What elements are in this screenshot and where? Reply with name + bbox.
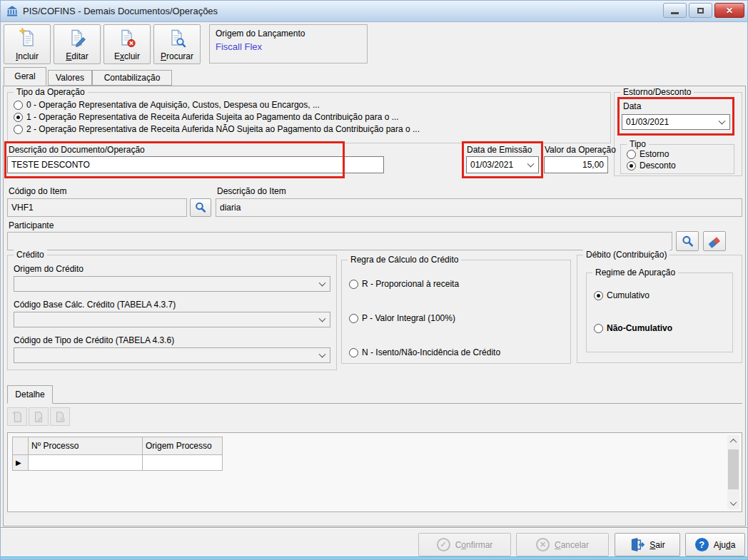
scroll-up-button[interactable] bbox=[727, 435, 739, 447]
estorno-data-combobox[interactable]: 01/03/2021 bbox=[622, 114, 730, 130]
cell-origem-processo[interactable] bbox=[143, 455, 223, 471]
radio-nao-cumulativo[interactable]: Não-Cumulativo bbox=[594, 323, 672, 333]
descricao-doc-input[interactable]: TESTE DESCONTO bbox=[7, 156, 384, 173]
page-geral: Tipo da Operação 0 - Operação Representa… bbox=[3, 86, 746, 526]
codigo-item-search-button[interactable] bbox=[190, 198, 211, 217]
radio-regra-r[interactable]: R - Proporcional à receita bbox=[349, 279, 459, 289]
tab-contabilizacao[interactable]: Contabilização bbox=[92, 70, 172, 86]
chevron-down-icon bbox=[719, 118, 726, 125]
radio-selected-icon bbox=[14, 113, 23, 122]
editar-button[interactable]: Editar bbox=[54, 24, 101, 64]
radio-operacao-1[interactable]: 1 - Operação Representativa de Receita A… bbox=[14, 112, 399, 122]
sair-button[interactable]: Sair bbox=[615, 533, 680, 556]
window-bottom-border bbox=[1, 556, 747, 559]
data-emissao-combobox[interactable]: 01/03/2021 bbox=[466, 156, 539, 173]
radio-cumulativo[interactable]: Cumulativo bbox=[594, 290, 650, 300]
origem-credito-combobox bbox=[14, 276, 330, 292]
incluir-button[interactable]: Incluir bbox=[4, 24, 51, 64]
ajuda-button[interactable]: ? Ajuda bbox=[685, 533, 745, 556]
search-document-icon bbox=[168, 27, 186, 51]
valor-operacao-label: Valor da Operação bbox=[545, 145, 616, 155]
cell-n-processo[interactable] bbox=[29, 455, 143, 471]
participante-clear-button[interactable] bbox=[703, 231, 726, 251]
chevron-down-icon bbox=[319, 315, 326, 322]
regra-calculo-group: Regra de Cálculo do Crédito R - Proporci… bbox=[341, 260, 571, 364]
estorno-desconto-title: Estorno/Desconto bbox=[620, 87, 694, 97]
radio-desconto[interactable]: Desconto bbox=[627, 161, 676, 170]
origem-lancamento-label: Origem do Lançamento bbox=[216, 29, 361, 39]
tipo-operacao-group: Tipo da Operação 0 - Operação Representa… bbox=[7, 92, 611, 143]
window-title: PIS/COFINS - Demais Documentos/Operações bbox=[23, 6, 218, 16]
data-emissao-label: Data de Emissão bbox=[467, 145, 532, 155]
procurar-button[interactable]: Procurar bbox=[153, 24, 201, 64]
minimize-icon bbox=[671, 12, 679, 14]
delete-document-icon bbox=[54, 410, 66, 423]
detalhe-tabstrip-line bbox=[7, 403, 742, 404]
close-icon: ✕ bbox=[726, 6, 733, 16]
scrollbar-thumb[interactable] bbox=[728, 449, 739, 489]
regime-apuracao-group: Regime de Apuração Cumulativo Não-Cumula… bbox=[586, 273, 733, 352]
estorno-data-label: Data bbox=[623, 101, 641, 111]
edit-document-icon bbox=[33, 410, 44, 423]
procurar-label: Procurar bbox=[161, 51, 193, 61]
regra-calculo-title: Regra de Cálculo do Crédito bbox=[348, 255, 461, 265]
credito-title: Crédito bbox=[14, 250, 47, 260]
incluir-label: Incluir bbox=[16, 51, 39, 61]
radio-icon bbox=[14, 101, 23, 110]
x-circle-icon: ✕ bbox=[536, 538, 550, 551]
row-selector-header bbox=[13, 437, 29, 455]
chevron-down-icon bbox=[319, 280, 326, 287]
help-icon: ? bbox=[695, 538, 709, 551]
row-selector-cell[interactable]: ▶ bbox=[13, 455, 29, 471]
credito-group: Crédito Origem do Crédito Código Base Cá… bbox=[7, 255, 337, 370]
excluir-button[interactable]: Excluir bbox=[103, 24, 151, 64]
ajuda-label: Ajuda bbox=[714, 540, 736, 550]
chevron-down-icon bbox=[730, 499, 737, 506]
origem-credito-label: Origem do Crédito bbox=[14, 264, 84, 274]
scroll-down-button[interactable] bbox=[727, 497, 739, 509]
radio-icon bbox=[349, 280, 358, 289]
chevron-down-icon bbox=[319, 351, 326, 358]
tipo-operacao-title: Tipo da Operação bbox=[14, 87, 88, 97]
regime-apuracao-title: Regime de Apuração bbox=[592, 268, 678, 278]
estorno-tipo-group: Tipo Estorno Desconto bbox=[620, 144, 734, 174]
grid-vertical-scrollbar[interactable] bbox=[727, 435, 739, 509]
eraser-icon bbox=[707, 234, 722, 249]
cancelar-button: ✕ Cancelar bbox=[516, 533, 609, 556]
excluir-label: Excluir bbox=[114, 51, 140, 61]
radio-regra-n[interactable]: N - Isento/Não-Incidência de Crédito bbox=[349, 347, 500, 357]
radio-regra-p[interactable]: P - Valor Integral (100%) bbox=[349, 313, 455, 323]
exit-door-icon bbox=[630, 537, 645, 552]
radio-operacao-2[interactable]: 2 - Operação Representativa de Receita A… bbox=[14, 124, 420, 134]
valor-operacao-input[interactable]: 15,00 bbox=[544, 156, 608, 173]
radio-selected-icon bbox=[594, 291, 603, 300]
origem-lancamento-panel: Origem do Lançamento Fiscall Flex bbox=[209, 24, 368, 63]
editar-label: Editar bbox=[66, 51, 88, 61]
debito-group: Débito (Contribuição) Regime de Apuração… bbox=[577, 255, 742, 363]
new-document-icon bbox=[11, 410, 23, 423]
detalhe-editar-button-disabled bbox=[29, 407, 49, 426]
restore-button[interactable] bbox=[689, 3, 712, 18]
main-toolbar: Incluir Editar bbox=[1, 22, 747, 66]
chevron-down-icon bbox=[527, 161, 535, 168]
estorno-tipo-title: Tipo bbox=[627, 139, 649, 149]
tipo-credito-label: Código de Tipo de Crédito (TABELA 4.3.6) bbox=[14, 335, 174, 345]
minimize-button[interactable] bbox=[663, 3, 687, 18]
participante-search-button[interactable] bbox=[676, 231, 699, 251]
tab-geral[interactable]: Geral bbox=[4, 67, 46, 86]
processos-grid-panel: Nº Processo Origem Processo ▶ bbox=[7, 432, 742, 512]
close-button[interactable]: ✕ bbox=[714, 3, 744, 18]
edit-document-icon bbox=[68, 27, 86, 51]
codigo-item-label: Código do Item bbox=[9, 186, 66, 196]
detalhe-excluir-button-disabled bbox=[50, 407, 70, 426]
radio-selected-icon bbox=[627, 161, 636, 170]
debito-title: Débito (Contribuição) bbox=[583, 250, 669, 260]
titlebar[interactable]: PIS/COFINS - Demais Documentos/Operações… bbox=[1, 1, 747, 22]
cancelar-label: Cancelar bbox=[555, 540, 589, 550]
tab-detalhe[interactable]: Detalhe bbox=[7, 385, 53, 404]
radio-operacao-0[interactable]: 0 - Operação Representativa de Aquisição… bbox=[14, 100, 320, 110]
chevron-up-icon bbox=[730, 439, 737, 446]
radio-estorno[interactable]: Estorno bbox=[627, 149, 669, 159]
estorno-desconto-group: Estorno/Desconto Data 01/03/2021 Tipo Es… bbox=[614, 92, 742, 176]
tab-valores[interactable]: Valores bbox=[48, 70, 92, 86]
